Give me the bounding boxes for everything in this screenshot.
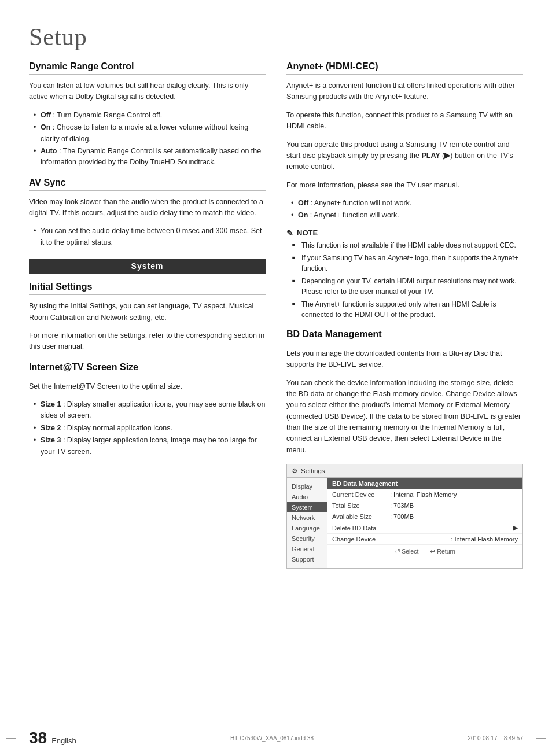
settings-row-current-device: Current Device : Internal Flash Memory: [327, 489, 522, 500]
bullet-key: Auto: [41, 147, 57, 155]
system-bar-label: System: [131, 261, 164, 271]
av-sync-body: Video may look slower than the audio whe…: [29, 197, 266, 219]
list-item: On : Anynet+ function will work.: [292, 210, 523, 221]
dynamic-range-bullets: Off : Turn Dynamic Range Control off. On…: [29, 110, 266, 168]
bullet-key: Off: [298, 199, 308, 207]
bullet-text: You can set the audio delay time between…: [41, 227, 262, 246]
bullet-key: Size 1: [41, 400, 61, 408]
footer-date-time: 2010-08-17 8:49:57: [468, 735, 523, 742]
right-column: Anynet+ (HDMI-CEC) Anynet+ is a convenie…: [286, 61, 523, 578]
list-item: On : Choose to listen to a movie at a lo…: [35, 122, 266, 145]
initial-settings-title: Initial Settings: [29, 282, 266, 295]
settings-nav-security[interactable]: Security: [287, 533, 327, 544]
bullet-text: : Display normal application icons.: [61, 424, 172, 432]
footer-date: 2010-08-17: [468, 735, 497, 742]
bullet-text: : Turn Dynamic Range Control off.: [51, 111, 162, 119]
internet-tv-bullets: Size 1 : Display smaller application ico…: [29, 399, 266, 458]
footer-return: ↩ Return: [430, 548, 455, 555]
internet-tv-body: Set the Internet@TV Screen to the optima…: [29, 381, 266, 392]
left-column: Dynamic Range Control You can listen at …: [29, 61, 266, 578]
play-icon: ▶: [444, 152, 450, 160]
settings-action-change-device[interactable]: Change Device : Internal Flash Memory: [327, 534, 522, 545]
select-icon: ⏎: [395, 548, 400, 555]
settings-row-available-size: Available Size : 700MB: [327, 511, 522, 522]
bd-data-body2: You can check the device information inc…: [286, 378, 523, 456]
list-item: Size 1 : Display smaller application ico…: [35, 399, 266, 422]
settings-action-delete[interactable]: Delete BD Data ▶: [327, 522, 522, 534]
settings-nav-audio[interactable]: Audio: [287, 492, 327, 502]
av-sync-section: AV Sync Video may look slower than the a…: [29, 178, 266, 249]
settings-nav: Display Audio System Network Language Se…: [287, 478, 327, 568]
dynamic-range-body: You can listen at low volumes but still …: [29, 80, 266, 103]
av-sync-bullets: You can set the audio delay time between…: [29, 226, 266, 248]
anynet-body4: For more information, please see the TV …: [286, 180, 523, 191]
internet-tv-section: Internet@TV Screen Size Set the Internet…: [29, 362, 266, 458]
note-label: NOTE: [297, 228, 318, 237]
play-label: PLAY: [421, 152, 440, 160]
settings-nav-language[interactable]: Language: [287, 523, 327, 533]
settings-nav-system[interactable]: System: [287, 502, 327, 512]
av-sync-title: AV Sync: [29, 178, 266, 191]
bd-data-body1: Lets you manage the downloaded contents …: [286, 348, 523, 371]
bullet-text: : Display smaller application icons, you…: [41, 400, 265, 419]
bullet-key: Size 2: [41, 424, 61, 432]
settings-header-label: Settings: [301, 467, 325, 474]
system-bar: System: [29, 259, 266, 274]
note-item: This function is not available if the HD…: [293, 240, 523, 250]
settings-footer: ⏎ Select ↩ Return: [327, 545, 522, 557]
initial-settings-section: Initial Settings By using the Initial Se…: [29, 282, 266, 353]
initial-settings-body1: By using the Initial Settings, you can s…: [29, 301, 266, 323]
settings-nav-network[interactable]: Network: [287, 512, 327, 523]
page: Setup Dynamic Range Control You can list…: [0, 0, 552, 756]
current-device-value: : Internal Flash Memory: [390, 491, 457, 498]
delete-arrow-icon: ▶: [513, 524, 518, 532]
current-device-label: Current Device: [332, 491, 390, 498]
bullet-key: On: [41, 123, 50, 131]
anynet-section: Anynet+ (HDMI-CEC) Anynet+ is a convenie…: [286, 61, 523, 320]
bullet-text: : Anynet+ function will work.: [308, 211, 399, 219]
bullet-text: : Display larger application icons, imag…: [41, 436, 257, 455]
footer-time: 8:49:57: [504, 735, 523, 742]
bd-data-title: BD Data Management: [286, 329, 523, 342]
bullet-key: Size 3: [41, 436, 61, 444]
settings-content: BD Data Management Current Device : Inte…: [327, 478, 522, 568]
settings-box-header: ⚙ Settings: [287, 464, 522, 478]
list-item: Size 2 : Display normal application icon…: [35, 423, 266, 434]
bullet-text: : Anynet+ function will not work.: [308, 199, 411, 207]
settings-content-title: BD Data Management: [327, 478, 522, 489]
bullet-text: : Choose to listen to a movie at a lower…: [41, 123, 248, 142]
list-item: You can set the audio delay time between…: [35, 226, 266, 248]
anynet-bullets: Off : Anynet+ function will not work. On…: [286, 198, 523, 222]
corner-mark-tr: [536, 6, 546, 16]
note-header: ✎ NOTE: [286, 228, 523, 238]
anynet-logo: Anynet+: [388, 254, 413, 262]
anynet-title: Anynet+ (HDMI-CEC): [286, 61, 523, 75]
anynet-body2: To operate this function, connect this p…: [286, 110, 523, 132]
page-number: 38: [29, 729, 47, 747]
settings-box-body: Display Audio System Network Language Se…: [287, 478, 522, 568]
anynet-body3: You can operate this product using a Sam…: [286, 139, 523, 173]
bullet-text: : The Dynamic Range Control is set autom…: [41, 147, 261, 166]
dynamic-range-section: Dynamic Range Control You can listen at …: [29, 61, 266, 168]
note-item: The Anynet+ function is supported only w…: [293, 299, 523, 320]
settings-nav-support[interactable]: Support: [287, 554, 327, 565]
list-item: Auto : The Dynamic Range Control is set …: [35, 146, 266, 168]
page-footer: 38 English HT-C7530W_XAA_0817.indd 38 20…: [0, 725, 552, 747]
bullet-key: On: [298, 211, 308, 219]
settings-box: ⚙ Settings Display Audio System Network …: [286, 464, 523, 569]
settings-nav-general[interactable]: General: [287, 544, 327, 554]
page-number-area: 38 English: [29, 729, 76, 747]
delete-bd-label: Delete BD Data: [332, 525, 513, 532]
select-label: Select: [402, 548, 418, 555]
list-item: Size 3 : Display larger application icon…: [35, 435, 266, 458]
available-size-value: : 700MB: [390, 513, 414, 520]
note-item: If your Samsung TV has an Anynet+ logo, …: [293, 253, 523, 274]
note-icon: ✎: [286, 228, 293, 238]
settings-row-total-size: Total Size : 703MB: [327, 500, 522, 511]
settings-nav-display[interactable]: Display: [287, 481, 327, 492]
return-label: Return: [437, 548, 455, 555]
bullet-key: Off: [41, 111, 51, 119]
change-device-value: : Internal Flash Memory: [451, 536, 518, 543]
note-list: This function is not available if the HD…: [286, 240, 523, 320]
note-item: Depending on your TV, certain HDMI outpu…: [293, 276, 523, 297]
